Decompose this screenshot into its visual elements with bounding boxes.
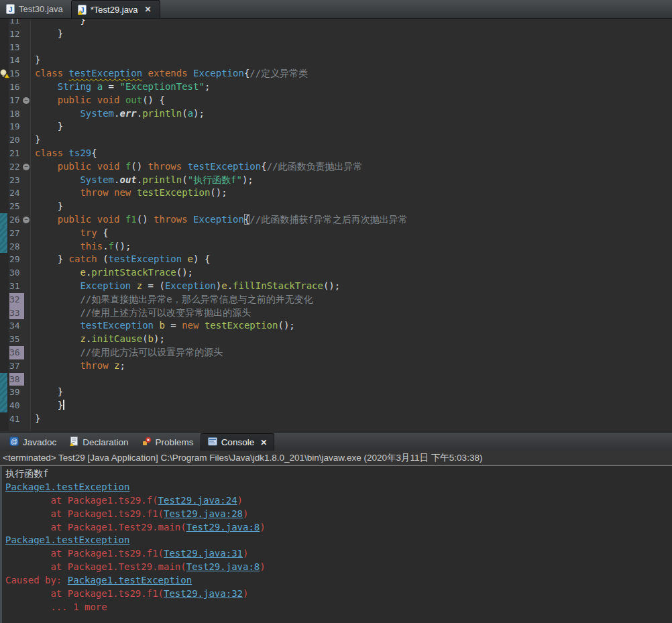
stack-trace-link[interactable]: Package1.testException — [5, 482, 129, 492]
line-number[interactable]: 13 — [9, 41, 24, 54]
code-line[interactable]: 38 — [0, 373, 672, 386]
console-line: at Package1.Test29.main(Test29.java:8) — [5, 561, 672, 574]
line-number[interactable]: 40 — [9, 399, 24, 412]
code-line[interactable]: 26− public void f1() throws Exception{//… — [0, 213, 672, 227]
line-number[interactable]: 28 — [9, 240, 24, 253]
console-output[interactable]: 执行函数fPackage1.testException at Package1.… — [0, 466, 672, 623]
code-line[interactable]: 34 testException b = new testException()… — [0, 319, 672, 333]
fold-toggle-icon[interactable]: − — [23, 97, 30, 104]
code-token: (); — [323, 280, 340, 291]
code-line[interactable]: 25 } — [0, 200, 672, 213]
line-number[interactable]: 19 — [9, 120, 24, 133]
console-line: at Package1.ts29.f1(Test29.java:31) — [5, 547, 672, 561]
line-number[interactable]: 18 — [9, 107, 24, 121]
code-line[interactable]: 11 } — [0, 19, 672, 27]
code-line[interactable]: 19 } — [0, 120, 672, 133]
code-line[interactable]: 21class ts29{ — [0, 147, 672, 160]
stack-trace-link[interactable]: Test29.java:28 — [164, 508, 243, 519]
line-number[interactable]: 20 — [9, 133, 24, 147]
code-line[interactable]: 31 Exception z = (Exception)e.fillInStac… — [0, 280, 672, 293]
view-tab-console[interactable]: Console✕ — [201, 433, 275, 451]
line-number[interactable]: 36 — [9, 346, 24, 359]
line-number[interactable]: 37 — [9, 359, 24, 373]
code-line[interactable]: 24 throw new testException(); — [0, 186, 672, 200]
code-line[interactable]: 36 //使用此方法可以设置异常的源头 — [0, 346, 672, 359]
fold-toggle-icon[interactable]: − — [23, 217, 30, 223]
line-number[interactable]: 29 — [9, 253, 24, 266]
code-token: System — [80, 108, 114, 119]
line-number[interactable]: 17 — [9, 94, 24, 107]
editor-tab[interactable]: JTest30.java — [0, 0, 71, 18]
code-text: class ts29{ — [35, 147, 672, 160]
code-line[interactable]: 37 throw z; — [0, 359, 672, 373]
code-line[interactable]: 16 String a = "ExceptionTest"; — [0, 80, 672, 94]
editor-tab[interactable]: J*Test29.java✕ — [71, 0, 160, 18]
stack-trace-link[interactable]: Package1.testException — [68, 575, 192, 585]
line-number[interactable]: 21 — [9, 147, 24, 160]
code-line[interactable]: 40 } — [0, 399, 672, 412]
code-line[interactable]: 27 try { — [0, 227, 672, 240]
code-line[interactable]: 33 //使用上述方法可以改变异常抛出的源头 — [0, 306, 672, 320]
code-line[interactable]: 14} — [0, 54, 672, 67]
code-token: . — [137, 108, 142, 119]
code-token — [35, 320, 80, 331]
code-line[interactable]: 17− public void out() { — [0, 94, 672, 107]
code-token: new — [114, 187, 137, 198]
view-tab-problems[interactable]: Problems — [135, 433, 201, 451]
code-line[interactable]: 13 — [0, 41, 672, 54]
line-number[interactable]: 31 — [9, 280, 24, 293]
stack-trace-link[interactable]: Test29.java:24 — [158, 495, 237, 506]
code-line[interactable]: 39 } — [0, 386, 672, 399]
line-number[interactable]: 38 — [9, 373, 24, 386]
view-tab-javadoc[interactable]: @Javadoc — [3, 433, 63, 451]
code-editor[interactable]: 11 }12 }1314}15class testException exten… — [0, 19, 672, 431]
code-token: "执行函数f" — [188, 174, 242, 185]
stack-trace-link[interactable]: Test29.java:8 — [186, 561, 260, 572]
console-line: at Package1.ts29.f1(Test29.java:28) — [5, 508, 672, 521]
code-line[interactable]: 29 } catch (testException e) { — [0, 253, 672, 266]
close-tab-icon[interactable]: ✕ — [145, 5, 152, 14]
code-line[interactable]: 41} — [0, 412, 672, 426]
line-number[interactable]: 11 — [9, 19, 24, 27]
code-line[interactable]: 15class testException extends Exception{… — [0, 67, 672, 80]
code-line[interactable]: 18 System.err.println(a); — [0, 107, 672, 121]
stack-trace-link[interactable]: Test29.java:31 — [164, 548, 243, 559]
view-tab-declaration[interactable]: Declaration — [63, 433, 135, 451]
close-tab-icon[interactable]: ✕ — [260, 438, 267, 447]
line-number[interactable]: 27 — [9, 227, 24, 240]
code-line[interactable]: 12 } — [0, 27, 672, 41]
code-line[interactable]: 20} — [0, 133, 672, 147]
code-line[interactable]: 35 z.initCause(b); — [0, 333, 672, 346]
console-text: at Package1.ts29.f( — [5, 495, 158, 506]
line-number[interactable]: 14 — [9, 54, 24, 67]
fold-toggle-icon[interactable]: − — [23, 164, 30, 170]
line-number[interactable]: 30 — [9, 266, 24, 280]
code-line[interactable]: 28 this.f(); — [0, 240, 672, 253]
code-token: { — [97, 227, 109, 238]
line-number[interactable]: 26 — [9, 213, 24, 227]
code-line[interactable]: 30 e.printStackTrace(); — [0, 266, 672, 280]
line-number[interactable]: 24 — [9, 186, 24, 200]
line-number[interactable]: 16 — [9, 80, 24, 94]
line-number[interactable]: 22 — [9, 160, 24, 174]
line-number[interactable]: 41 — [9, 412, 24, 426]
code-text: System.err.println(a); — [35, 107, 672, 121]
code-line[interactable]: 23 System.out.println("执行函数f"); — [0, 174, 672, 187]
stack-trace-link[interactable]: Package1.testException — [5, 534, 129, 545]
line-number[interactable]: 34 — [9, 319, 24, 333]
line-number[interactable]: 33 — [9, 306, 24, 320]
line-number[interactable]: 12 — [9, 27, 24, 41]
stack-trace-link[interactable]: Test29.java:8 — [186, 522, 260, 532]
code-line[interactable]: 32 //如果直接抛出异常e，那么异常信息与之前的并无变化 — [0, 293, 672, 306]
stack-trace-link[interactable]: Test29.java:32 — [164, 588, 243, 599]
code-line[interactable]: 22− public void f() throws testException… — [0, 160, 672, 174]
line-number[interactable]: 39 — [9, 386, 24, 399]
code-token: throw — [80, 360, 114, 371]
line-number[interactable]: 32 — [9, 293, 24, 306]
line-number[interactable]: 25 — [9, 200, 24, 213]
line-number[interactable]: 23 — [9, 174, 24, 187]
line-number[interactable]: 15 — [9, 67, 24, 80]
console-text: 执行函数f — [5, 468, 48, 479]
line-number[interactable]: 35 — [9, 333, 24, 346]
code-text: } — [35, 120, 672, 133]
